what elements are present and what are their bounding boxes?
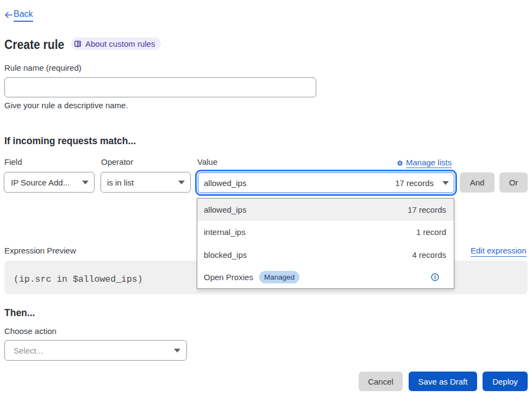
svg-text:i: i (434, 274, 436, 280)
